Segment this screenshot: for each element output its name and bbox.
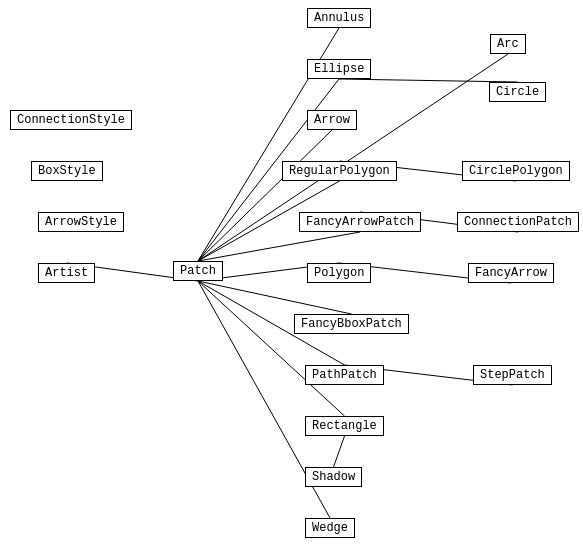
node-artist: Artist: [38, 263, 95, 283]
svg-line-14: [198, 281, 345, 416]
node-circlepolygon: CirclePolygon: [462, 161, 570, 181]
diagram-container: AnnulusArcEllipseCircleArrowConnectionSt…: [0, 0, 583, 551]
node-wedge: Wedge: [305, 518, 355, 538]
node-arc: Arc: [490, 34, 526, 54]
svg-line-11: [198, 281, 352, 314]
node-ellipse: Ellipse: [307, 59, 371, 79]
node-steppatch: StepPatch: [473, 365, 552, 385]
svg-line-4: [198, 130, 332, 261]
node-arrow: Arrow: [307, 110, 357, 130]
node-fancyarrowpatch: FancyArrowPatch: [299, 212, 421, 232]
node-polygon: Polygon: [307, 263, 371, 283]
node-fancybboxpatch: FancyBboxPatch: [294, 314, 409, 334]
node-patch: Patch: [173, 261, 223, 281]
svg-line-7: [198, 232, 360, 261]
node-connectionpatch: ConnectionPatch: [457, 212, 579, 232]
node-arrowstyle: ArrowStyle: [38, 212, 124, 232]
svg-line-15: [334, 436, 345, 467]
node-fancyarrow: FancyArrow: [468, 263, 554, 283]
node-shadow: Shadow: [305, 467, 362, 487]
node-annulus: Annulus: [307, 8, 371, 28]
node-circle: Circle: [489, 82, 546, 102]
node-connectionstyle: ConnectionStyle: [10, 110, 132, 130]
node-boxstyle: BoxStyle: [31, 161, 103, 181]
node-rectangle: Rectangle: [305, 416, 384, 436]
node-regularpolygon: RegularPolygon: [282, 161, 397, 181]
node-pathpatch: PathPatch: [305, 365, 384, 385]
